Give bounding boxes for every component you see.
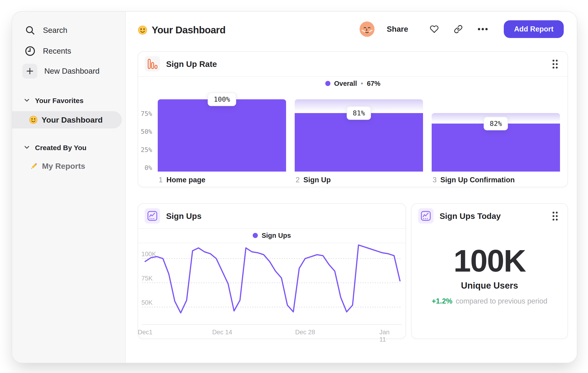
avatar[interactable] (359, 21, 375, 37)
sidebar-item-label: My Reports (42, 161, 85, 171)
funnel-step-label: 2Sign Up (296, 176, 331, 184)
page-title: Your Dashboard (152, 24, 226, 36)
line-x-tick: Dec 14 (212, 329, 232, 336)
line-x-tick: Dec1 (138, 329, 152, 336)
sidebar: Search Recents New Dashboard Your Favori… (12, 12, 126, 363)
search-icon (24, 25, 36, 36)
plus-icon (22, 64, 37, 79)
sign-ups-card: Sign Ups Sign Ups 100K75K50KDec1Dec 14De… (138, 203, 406, 339)
funnel-bar[interactable] (432, 123, 560, 171)
stat-unit-label: Unique Users (412, 281, 567, 291)
line-y-tick: 50K (141, 299, 153, 306)
header-controls: Share Add Report (359, 20, 564, 38)
section-your-favorites[interactable]: Your Favorites (12, 96, 125, 105)
smiley-emoji (29, 115, 38, 124)
line-chart-svg (142, 243, 401, 325)
funnel-y-tick: 0% (138, 164, 152, 171)
funnel-bar[interactable] (295, 113, 423, 171)
clock-icon (24, 45, 36, 57)
section-label: Created By You (35, 144, 87, 152)
section-created-by-you[interactable]: Created By You (12, 143, 125, 152)
sidebar-item-new-dashboard[interactable]: New Dashboard (12, 61, 125, 81)
funnel-step-label: 3Sign Up Confirmation (433, 176, 515, 184)
smiley-emoji (138, 25, 147, 35)
share-button[interactable]: Share (387, 25, 408, 34)
funnel-value-chip: 100% (208, 92, 236, 106)
funnel-value-chip: 82% (484, 117, 508, 130)
sidebar-item-label: Your Dashboard (42, 115, 103, 124)
app-window: Search Recents New Dashboard Your Favori… (12, 11, 577, 363)
line-y-tick: 100K (141, 251, 156, 258)
funnel-y-tick: 75% (138, 110, 152, 117)
sidebar-item-label: New Dashboard (44, 67, 100, 76)
favorite-heart-icon[interactable] (430, 25, 439, 34)
copy-link-icon[interactable] (454, 25, 463, 34)
stat-delta-caption: compared to previous period (456, 297, 547, 305)
funnel-y-tick: 50% (138, 128, 152, 135)
funnel-bar[interactable] (158, 99, 286, 171)
card-title: Sign Ups Today (440, 204, 501, 228)
card-header: Sign Ups Today (412, 204, 567, 228)
sidebar-item-recents[interactable]: Recents (12, 41, 125, 61)
stat-delta: +1.2% (432, 297, 452, 305)
line-x-tick: Jan 11 (379, 329, 397, 343)
sidebar-item-label: Search (43, 26, 67, 35)
sign-ups-series-line[interactable] (145, 245, 400, 313)
chevron-down-icon (24, 146, 29, 150)
sign-up-rate-card: Sign Up Rate Overall • 67% 75%50%25%0%10… (138, 51, 568, 187)
drag-handle-icon[interactable] (552, 211, 559, 222)
funnel-y-tick: 25% (138, 146, 152, 153)
section-label: Your Favorites (35, 97, 84, 105)
stat-delta-row: +1.2% compared to previous period (412, 297, 567, 305)
add-report-button[interactable]: Add Report (504, 20, 564, 38)
sign-ups-today-card: Sign Ups Today 100K Unique Users +1.2% c… (411, 203, 568, 339)
funnel-value-chip: 81% (347, 106, 371, 120)
funnel-step-label: 1Home page (159, 176, 205, 184)
sidebar-item-my-reports[interactable]: My Reports (12, 160, 125, 171)
funnel-plot: 75%50%25%0%100%1Home page81%2Sign Up82%3… (138, 52, 567, 187)
more-options-icon[interactable] (478, 28, 488, 30)
stat-value: 100K (412, 245, 567, 276)
sidebar-item-your-dashboard[interactable]: Your Dashboard (12, 111, 122, 129)
line-plot: 100K75K50KDec1Dec 14Dec 28Jan 11 (138, 204, 406, 339)
line-y-tick: 75K (141, 275, 153, 282)
chevron-down-icon (24, 99, 29, 103)
sidebar-item-label: Recents (43, 47, 71, 55)
line-x-tick: Dec 28 (295, 329, 315, 336)
dashboard-header: Your Dashboard (138, 22, 226, 38)
pencil-emoji (29, 161, 38, 171)
line-chart-icon (418, 208, 433, 223)
main-content: Your Dashboard Share (126, 12, 577, 363)
sidebar-item-search[interactable]: Search (12, 20, 125, 40)
